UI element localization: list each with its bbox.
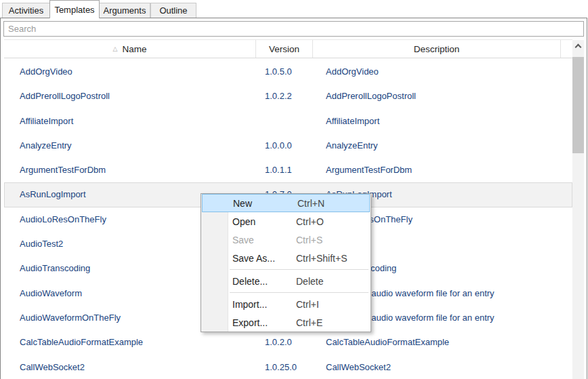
- cell-version: 1.0.1.1: [257, 159, 314, 182]
- column-header-description[interactable]: Description: [313, 40, 561, 58]
- column-header-name-label: Name: [122, 44, 146, 54]
- menu-item-shortcut: Ctrl+E: [296, 317, 322, 328]
- cell-version: 1.0.2.2: [257, 85, 314, 108]
- menu-item-label: Save: [232, 235, 254, 245]
- cell-name: AffiliateImport: [5, 110, 257, 133]
- menu-separator: [230, 269, 369, 270]
- cell-name: AddOrgVideo: [5, 60, 257, 83]
- menu-item-import[interactable]: Import... Ctrl+I: [201, 295, 371, 313]
- cell-version: 1.0.2.0: [257, 331, 314, 354]
- menu-item-label: Import...: [232, 299, 267, 310]
- column-header-stub: [561, 40, 572, 58]
- menu-item-save: Save Ctrl+S: [201, 231, 371, 249]
- cell-version: 1.0.25.0: [257, 356, 314, 379]
- table-row[interactable]: AffiliateImport AffiliateImport: [4, 109, 572, 134]
- table-row[interactable]: CalcTableAudioFormatExample 1.0.2.0 Calc…: [4, 330, 572, 355]
- cell-description: AnalyzeEntry: [314, 134, 572, 157]
- column-header-description-label: Description: [414, 44, 460, 54]
- menu-item-export[interactable]: Export... Ctrl+E: [201, 313, 371, 332]
- menu-item-shortcut: Ctrl+O: [296, 216, 324, 227]
- scroll-up-button[interactable]: [572, 40, 584, 52]
- menu-separator: [230, 292, 369, 293]
- menu-item-shortcut: Ctrl+Shift+S: [296, 253, 347, 264]
- cell-name: ArgumentTestForDbm: [5, 159, 257, 182]
- cell-name: CallWebSocket2: [5, 356, 257, 379]
- tab-bar: Activities Templates Arguments Outline: [0, 0, 588, 18]
- menu-item-save-as[interactable]: Save As... Ctrl+Shift+S: [201, 249, 371, 267]
- cell-version: [257, 110, 314, 133]
- list-header: △ Name Version Description: [4, 39, 572, 58]
- menu-item-label: Delete...: [232, 276, 268, 287]
- table-row[interactable]: CallWebSocket2 1.0.25.0 CallWebSocket2: [4, 355, 572, 379]
- column-header-version[interactable]: Version: [256, 40, 313, 58]
- menu-item-shortcut: Ctrl+I: [296, 299, 319, 310]
- tab-templates[interactable]: Templates: [49, 0, 100, 18]
- cell-name: CalcTableAudioFormatExample: [5, 331, 257, 354]
- menu-item-open[interactable]: Open Ctrl+O: [201, 212, 371, 231]
- tab-arguments[interactable]: Arguments: [99, 3, 150, 18]
- sort-ascending-icon: △: [113, 45, 118, 52]
- chevron-up-icon: [575, 43, 582, 50]
- cell-version: 1.0.5.0: [257, 60, 314, 83]
- cell-name: AddPrerollLogoPostroll: [5, 85, 257, 108]
- cell-description: AddPrerollLogoPostroll: [314, 85, 572, 108]
- menu-item-label: New: [233, 198, 252, 209]
- cell-description: CallWebSocket2: [314, 356, 572, 379]
- menu-item-shortcut: Delete: [296, 276, 323, 287]
- tab-activities[interactable]: Activities: [2, 3, 50, 18]
- context-menu: New Ctrl+N Open Ctrl+O Save Ctrl+S Save …: [201, 193, 371, 332]
- search-input[interactable]: [3, 21, 584, 37]
- cell-description: AddOrgVideo: [314, 60, 572, 83]
- menu-item-new[interactable]: New Ctrl+N: [202, 194, 370, 212]
- cell-version: 1.0.0.0: [257, 134, 314, 157]
- menu-item-delete[interactable]: Delete... Delete: [201, 272, 371, 290]
- cell-description: ArgumentTestForDbm: [314, 159, 572, 182]
- table-row[interactable]: ArgumentTestForDbm 1.0.1.1 ArgumentTestF…: [4, 158, 572, 182]
- table-row[interactable]: AnalyzeEntry 1.0.0.0 AnalyzeEntry: [4, 134, 572, 158]
- vertical-scrollbar[interactable]: [572, 40, 584, 379]
- cell-description: CalcTableAudioFormatExample: [314, 331, 572, 354]
- menu-item-label: Open: [232, 216, 255, 227]
- cell-name: AnalyzeEntry: [5, 134, 257, 157]
- cell-description: AffiliateImport: [314, 110, 572, 133]
- table-row[interactable]: AddOrgVideo 1.0.5.0 AddOrgVideo: [4, 60, 572, 84]
- table-row[interactable]: AddPrerollLogoPostroll 1.0.2.2 AddPrerol…: [4, 84, 572, 108]
- tab-outline[interactable]: Outline: [150, 3, 196, 18]
- column-header-name[interactable]: △ Name: [4, 40, 256, 58]
- scrollbar-thumb[interactable]: [572, 57, 584, 153]
- menu-item-shortcut: Ctrl+S: [296, 235, 322, 245]
- menu-item-shortcut: Ctrl+N: [297, 198, 324, 209]
- menu-item-label: Save As...: [232, 253, 275, 264]
- column-header-version-label: Version: [269, 44, 299, 54]
- menu-item-label: Export...: [232, 317, 268, 328]
